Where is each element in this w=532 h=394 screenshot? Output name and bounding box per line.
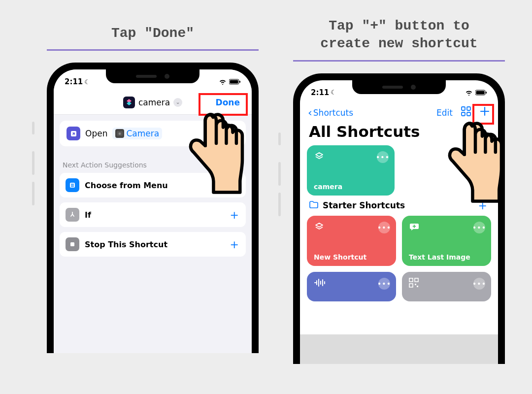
shortcut-tile[interactable]: ••• xyxy=(402,272,491,301)
add-icon[interactable]: + xyxy=(230,209,239,221)
shortcut-tile[interactable]: ••• xyxy=(307,272,396,301)
svg-rect-13 xyxy=(486,92,487,94)
pointer-hand-icon xyxy=(184,112,248,194)
suggestion-label: Stop This Shortcut xyxy=(85,240,167,249)
dnd-icon: ☾ xyxy=(331,89,336,96)
status-time: 2:11 xyxy=(65,77,83,86)
back-label: Shortcuts xyxy=(313,108,353,118)
suggestion-label: If xyxy=(85,210,91,220)
library-header: ‹ Shortcuts Edit xyxy=(300,101,498,123)
camera-icon xyxy=(115,129,124,138)
battery-icon xyxy=(475,90,487,96)
svg-rect-16 xyxy=(462,112,465,116)
svg-rect-10 xyxy=(70,242,74,246)
shortcut-title[interactable]: camera xyxy=(138,98,170,107)
svg-rect-17 xyxy=(467,112,470,116)
svg-point-5 xyxy=(119,132,121,135)
battery-icon xyxy=(229,79,241,85)
suggestion-row[interactable]: If + xyxy=(60,202,246,227)
svg-rect-20 xyxy=(409,284,413,287)
caption-right: Tap "+" button to create new shortcut xyxy=(281,17,517,53)
svg-rect-7 xyxy=(71,184,74,185)
pointer-hand-icon xyxy=(443,121,507,203)
phone-frame: 2:11 ☾ xyxy=(47,63,259,353)
folder-label: Starter Shortcuts xyxy=(323,200,405,210)
suggestion-label: Choose from Menu xyxy=(85,181,168,190)
phone-notch xyxy=(106,69,200,83)
svg-rect-21 xyxy=(415,284,416,285)
phone-frame: 2:11 ☾ ‹ Shortcuts xyxy=(293,73,505,364)
stop-icon xyxy=(66,237,79,251)
phone-side-button xyxy=(32,151,34,175)
svg-rect-19 xyxy=(415,278,418,282)
tile-label: camera xyxy=(314,183,388,191)
phone-side-button xyxy=(278,162,281,186)
if-icon xyxy=(66,208,79,222)
open-app-icon xyxy=(66,127,80,140)
svg-rect-18 xyxy=(409,278,413,282)
svg-rect-15 xyxy=(467,107,470,110)
more-icon[interactable]: ••• xyxy=(473,222,485,233)
svg-rect-2 xyxy=(239,81,240,83)
suggestion-row[interactable]: Stop This Shortcut + xyxy=(60,232,246,257)
app-chip[interactable]: Camera xyxy=(112,128,162,139)
phone-side-button xyxy=(278,193,281,216)
dnd-icon: ☾ xyxy=(84,78,90,86)
phone-side-button xyxy=(32,122,34,134)
svg-rect-8 xyxy=(71,185,74,186)
chevron-down-icon[interactable]: ⌄ xyxy=(173,98,182,107)
status-time: 2:11 xyxy=(311,88,329,97)
svg-rect-14 xyxy=(462,107,465,110)
folder-icon xyxy=(309,200,319,211)
wifi-icon xyxy=(465,90,473,96)
action-verb: Open xyxy=(85,129,107,138)
more-icon[interactable]: ••• xyxy=(378,278,390,290)
panel-left: Tap "Done" 2:11 ☾ xyxy=(34,25,271,353)
chevron-left-icon: ‹ xyxy=(308,106,312,119)
app-name: Camera xyxy=(126,129,159,138)
more-icon[interactable]: ••• xyxy=(377,151,389,163)
more-icon[interactable]: ••• xyxy=(473,278,485,290)
bottom-sheet xyxy=(300,334,498,364)
tile-label: Text Last Image xyxy=(409,253,484,261)
divider xyxy=(293,60,505,62)
wifi-icon xyxy=(219,79,227,85)
back-button[interactable]: ‹ Shortcuts xyxy=(308,106,353,119)
panel-right: Tap "+" button to create new shortcut 2:… xyxy=(281,17,517,364)
tile-label: New Shortcut xyxy=(314,253,389,261)
add-icon[interactable]: + xyxy=(230,238,239,251)
phone-side-button xyxy=(278,132,281,145)
divider xyxy=(47,49,259,51)
grid-view-icon[interactable] xyxy=(461,106,471,119)
shortcut-tile[interactable]: ••• New Shortcut xyxy=(307,216,396,266)
more-icon[interactable]: ••• xyxy=(378,222,390,233)
svg-rect-9 xyxy=(71,186,74,187)
shortcuts-app-icon xyxy=(123,97,135,108)
shortcut-tile[interactable]: ••• camera xyxy=(307,145,395,196)
phone-side-button xyxy=(32,182,34,205)
caption-left: Tap "Done" xyxy=(34,25,271,42)
menu-icon xyxy=(66,178,79,192)
phone-notch xyxy=(352,80,446,94)
shortcut-tile[interactable]: ••• Text Last Image xyxy=(402,216,491,266)
svg-rect-1 xyxy=(230,80,238,84)
svg-rect-12 xyxy=(476,91,485,94)
edit-button[interactable]: Edit xyxy=(436,108,453,118)
svg-rect-22 xyxy=(417,286,418,287)
